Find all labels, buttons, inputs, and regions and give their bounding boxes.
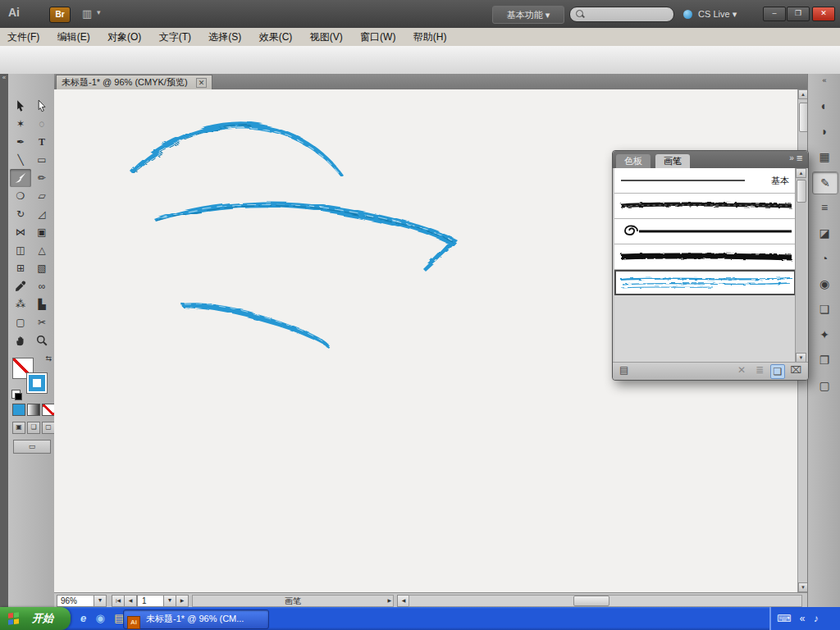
restore-button[interactable]: ❐ <box>787 7 810 21</box>
menu-select[interactable]: 选择(S) <box>201 28 249 46</box>
brush-list-scrollbar[interactable]: ▲ ▼ <box>795 168 806 363</box>
menu-edit[interactable]: 编辑(E) <box>50 28 98 46</box>
pen-tool[interactable]: ✒ <box>10 133 31 151</box>
draw-normal-button[interactable]: ▣ <box>12 422 25 434</box>
prev-artboard-icon[interactable]: ◀ <box>124 595 137 607</box>
width-tool[interactable]: ⋈ <box>10 223 31 241</box>
workspace-switcher-button[interactable]: 基本功能 ▾ <box>492 6 564 24</box>
lasso-tool[interactable]: ◌ <box>31 115 52 133</box>
type-tool[interactable]: T <box>31 133 52 151</box>
menu-window[interactable]: 窗口(W) <box>353 28 403 46</box>
rectangle-tool[interactable]: ▭ <box>31 151 52 169</box>
transparency-panel-icon[interactable]: ◔ <box>812 248 837 269</box>
zoom-tool[interactable] <box>31 331 52 349</box>
artboard-caret-icon[interactable]: ▾ <box>163 595 176 607</box>
search-input[interactable] <box>585 8 670 21</box>
arrange-documents-icon[interactable]: ▥ <box>82 7 92 20</box>
ie-icon[interactable]: e <box>80 607 86 630</box>
symbols-panel-icon[interactable]: ✦ <box>812 324 837 345</box>
slice-tool[interactable]: ✂ <box>31 313 52 331</box>
eyedropper-tool[interactable] <box>10 277 31 295</box>
swatches-panel-icon[interactable]: ▦ <box>812 146 837 167</box>
document-tab[interactable]: 未标题-1* @ 96% (CMYK/预览) ✕ <box>56 75 212 90</box>
brush-item-blue-charcoal[interactable] <box>614 270 796 295</box>
collapse-toolbar-icon[interactable]: « <box>2 74 6 81</box>
close-button[interactable]: ✕ <box>812 7 835 21</box>
new-brush-icon[interactable]: ❏ <box>770 364 785 379</box>
brush-scroll-thumb[interactable] <box>797 180 806 203</box>
input-method-icon[interactable]: ⌨ <box>777 607 791 630</box>
arrange-documents-caret-icon[interactable]: ▾ <box>97 8 101 16</box>
brush-item-basic[interactable]: 基本 <box>614 168 796 194</box>
brush-item-charcoal-rough[interactable] <box>614 244 796 270</box>
scale-tool[interactable]: ◿ <box>31 205 52 223</box>
blend-tool[interactable]: ∞ <box>31 277 52 295</box>
volume-icon[interactable]: ♪ <box>814 607 819 630</box>
document-tab-close-icon[interactable]: ✕ <box>196 78 208 88</box>
tab-swatches[interactable]: 色板 <box>616 154 651 168</box>
symbol-sprayer-tool[interactable]: ⁂ <box>10 295 31 313</box>
color-panel-icon[interactable]: ◐ <box>812 95 837 116</box>
layers-panel-icon[interactable]: ❐ <box>812 349 837 371</box>
draw-inside-button[interactable]: ▢ <box>42 422 55 434</box>
tab-brushes[interactable]: 画笔 <box>655 154 690 168</box>
panel-menu-icon[interactable]: ≣ <box>797 153 803 162</box>
shape-builder-tool[interactable]: ◫ <box>10 241 31 259</box>
minimize-button[interactable]: – <box>763 7 786 21</box>
default-fill-stroke-icon[interactable] <box>11 390 21 399</box>
bridge-button[interactable]: Br <box>49 7 71 23</box>
pencil-tool[interactable]: ✏ <box>31 169 52 187</box>
stroke-swatch[interactable] <box>26 372 48 394</box>
selection-tool[interactable] <box>10 97 31 115</box>
start-button[interactable]: 开始 <box>0 607 71 630</box>
blob-brush-tool[interactable]: ❍ <box>10 187 31 205</box>
artboard-tool[interactable]: ▢ <box>10 313 31 331</box>
task-button-illustrator[interactable]: Ai 未标题-1* @ 96% (CM... <box>123 609 269 629</box>
cs-live-button[interactable]: CS Live ▾ <box>683 7 737 21</box>
status-tool-indicator[interactable]: 画笔 ▶ <box>192 595 394 607</box>
brush-libraries-icon[interactable]: ▤ <box>619 364 628 376</box>
brush-item-banner-flourish[interactable] <box>614 219 796 244</box>
gradient-tool[interactable]: ▧ <box>31 259 52 277</box>
next-artboard-icon[interactable]: ▶ <box>176 595 189 607</box>
brushes-panel-icon[interactable]: ✎ <box>812 171 838 194</box>
draw-behind-button[interactable]: ❏ <box>27 422 40 434</box>
none-button[interactable] <box>42 404 55 416</box>
remove-brush-stroke-icon[interactable]: ✕ <box>737 364 746 376</box>
menu-object[interactable]: 对象(O) <box>100 28 148 46</box>
perspective-grid-tool[interactable]: △ <box>31 241 52 259</box>
graphic-styles-panel-icon[interactable]: ❏ <box>812 299 837 320</box>
rotate-tool[interactable]: ↻ <box>10 205 31 223</box>
mesh-tool[interactable]: ⊞ <box>10 259 31 277</box>
stroke-panel-icon[interactable]: ≡ <box>812 197 837 218</box>
magic-wand-tool[interactable]: ✶ <box>10 115 31 133</box>
delete-brush-icon[interactable]: ⌧ <box>790 364 801 376</box>
brush-options-icon[interactable]: ≣ <box>756 364 764 376</box>
panel-collapse-icon[interactable]: » <box>789 153 794 162</box>
expand-panels-icon[interactable]: « <box>808 74 840 84</box>
swap-fill-stroke-icon[interactable]: ⇆ <box>45 354 52 363</box>
color-guide-panel-icon[interactable]: ◗ <box>812 121 837 142</box>
gradient-button[interactable] <box>27 404 40 416</box>
horizontal-scroll-thumb[interactable] <box>573 596 609 606</box>
brush-scroll-up-icon[interactable]: ▲ <box>796 168 806 178</box>
first-artboard-icon[interactable]: |◀ <box>112 595 125 607</box>
line-segment-tool[interactable]: ╲ <box>10 151 31 169</box>
zoom-level-field[interactable]: 96% <box>57 595 94 607</box>
horizontal-scrollbar[interactable] <box>409 595 802 607</box>
eraser-tool[interactable]: ▱ <box>31 187 52 205</box>
zoom-caret-icon[interactable]: ▾ <box>94 595 107 607</box>
screen-mode-button[interactable]: ▭ <box>13 440 51 454</box>
hand-tool[interactable] <box>10 331 31 349</box>
status-expand-icon[interactable]: ▶ <box>387 596 391 606</box>
gradient-panel-icon[interactable]: ◪ <box>812 222 837 244</box>
appearance-panel-icon[interactable]: ◉ <box>812 273 837 294</box>
menu-effect[interactable]: 效果(C) <box>252 28 300 46</box>
menu-help[interactable]: 帮助(H) <box>406 28 454 46</box>
free-transform-tool[interactable]: ▣ <box>31 223 52 241</box>
menu-view[interactable]: 视图(V) <box>303 28 350 46</box>
menu-type[interactable]: 文字(T) <box>152 28 199 46</box>
column-graph-tool[interactable]: ▙ <box>31 295 52 313</box>
brush-item-charcoal[interactable] <box>614 194 796 219</box>
artboards-panel-icon[interactable]: ▢ <box>812 375 837 396</box>
